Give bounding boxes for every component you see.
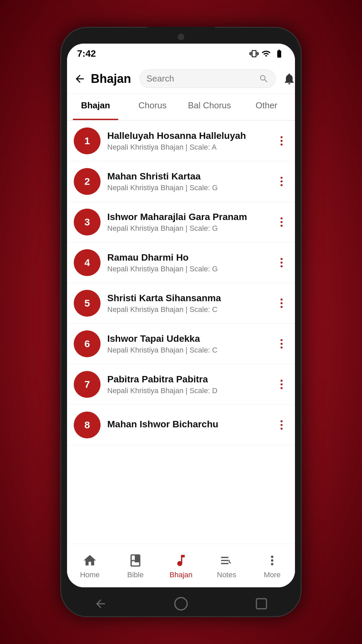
dot	[281, 136, 283, 138]
list-item[interactable]: 1 Halleluyah Hosanna Halleluyah Nepali K…	[67, 121, 295, 161]
dot	[281, 144, 283, 146]
song-menu-button[interactable]	[275, 420, 288, 430]
search-icon	[259, 74, 269, 84]
list-item[interactable]: 4 Ramau Dharmi Ho Nepali Khristiya Bhaja…	[67, 243, 295, 283]
nav-item-bhajan[interactable]: Bhajan	[158, 544, 204, 587]
nav-item-bible[interactable]: Bible	[113, 544, 158, 587]
list-item[interactable]: 6 Ishwor Tapai Udekka Nepali Khristiya B…	[67, 324, 295, 364]
song-title: Ramau Dharmi Ho	[107, 252, 268, 263]
song-number: 6	[74, 330, 101, 357]
status-icons	[249, 49, 285, 58]
song-list: 1 Halleluyah Hosanna Halleluyah Nepali K…	[67, 121, 295, 544]
song-number: 7	[74, 371, 101, 398]
song-menu-button[interactable]	[275, 299, 288, 308]
nav-item-notes[interactable]: Notes	[204, 544, 249, 587]
bell-icon	[283, 72, 295, 86]
song-meta: Nepali Khristiya Bhajan | Scale: D	[107, 386, 268, 395]
notes-icon	[218, 552, 235, 569]
list-item[interactable]: 2 Mahan Shristi Kartaa Nepali Khristiya …	[67, 161, 295, 202]
home-hardware-button[interactable]	[171, 594, 191, 614]
dot	[281, 339, 283, 341]
nav-item-more[interactable]: More	[249, 544, 295, 587]
song-title: Ishwor Tapai Udekka	[107, 333, 268, 344]
song-menu-button[interactable]	[275, 177, 288, 186]
song-info: Ramau Dharmi Ho Nepali Khristiya Bhajan …	[107, 252, 268, 273]
dot	[281, 262, 283, 264]
nav-label-home: Home	[80, 571, 100, 579]
song-meta: Nepali Khristiya Bhajan | Scale: C	[107, 346, 268, 355]
bottom-navigation: Home Bible Bhajan	[67, 544, 295, 587]
more-icon	[264, 552, 281, 569]
song-title: Shristi Karta Sihansanma	[107, 293, 268, 304]
dot	[281, 217, 283, 219]
svg-point-0	[175, 598, 187, 610]
song-title: Ishwor Maharajlai Gara Pranam	[107, 212, 268, 222]
category-tabs: Bhajan Chorus Bal Chorus Other	[67, 94, 295, 121]
song-number: 8	[74, 412, 101, 438]
dot	[281, 346, 283, 348]
bhajan-icon	[173, 552, 189, 569]
dot	[281, 387, 283, 389]
status-bar: 7:42	[67, 44, 295, 64]
dot	[281, 180, 283, 182]
song-meta: Nepali Khristiya Bhajan | Scale: A	[107, 143, 268, 152]
dot	[281, 383, 283, 385]
nav-label-bhajan: Bhajan	[170, 571, 193, 579]
nav-label-more: More	[264, 571, 281, 579]
list-item[interactable]: 7 Pabitra Pabitra Pabitra Nepali Khristi…	[67, 364, 295, 405]
song-info: Ishwor Maharajlai Gara Pranam Nepali Khr…	[107, 212, 268, 233]
search-input[interactable]	[146, 73, 255, 84]
notification-button[interactable]	[281, 70, 295, 87]
dot	[281, 225, 283, 227]
tab-other[interactable]: Other	[238, 94, 295, 120]
song-title: Halleluyah Hosanna Halleluyah	[107, 130, 268, 141]
song-number: 2	[74, 168, 101, 195]
dot	[281, 380, 283, 382]
song-number: 4	[74, 249, 101, 276]
dot	[281, 177, 283, 179]
tab-chorus[interactable]: Chorus	[124, 94, 181, 120]
song-menu-button[interactable]	[275, 258, 288, 267]
song-number: 1	[74, 127, 101, 154]
app-header: Bhajan	[67, 64, 295, 94]
header-icons	[281, 70, 295, 87]
song-meta: Nepali Khristiya Bhajan | Scale: G	[107, 183, 268, 192]
back-button[interactable]	[74, 70, 86, 87]
back-icon	[74, 73, 86, 85]
dot	[281, 424, 283, 426]
song-info: Mahan Shristi Kartaa Nepali Khristiya Bh…	[107, 171, 268, 192]
dot	[281, 420, 283, 422]
bible-icon	[127, 552, 144, 569]
dot	[281, 140, 283, 142]
phone-hardware-buttons	[60, 591, 302, 617]
dot	[281, 221, 283, 223]
home-icon	[81, 552, 98, 569]
list-item[interactable]: 3 Ishwor Maharajlai Gara Pranam Nepali K…	[67, 202, 295, 243]
song-info: Halleluyah Hosanna Halleluyah Nepali Khr…	[107, 130, 268, 152]
wifi-icon	[261, 49, 271, 58]
recents-hardware-button[interactable]	[251, 594, 272, 614]
song-menu-button[interactable]	[275, 380, 288, 389]
song-info: Shristi Karta Sihansanma Nepali Khristiy…	[107, 293, 268, 314]
song-number: 3	[74, 209, 101, 235]
dot	[281, 428, 283, 430]
dot	[281, 299, 283, 301]
song-info: Ishwor Tapai Udekka Nepali Khristiya Bha…	[107, 333, 268, 355]
tab-bal-chorus[interactable]: Bal Chorus	[181, 94, 238, 120]
dot	[281, 306, 283, 308]
list-item[interactable]: 5 Shristi Karta Sihansanma Nepali Khrist…	[67, 283, 295, 324]
dot	[281, 184, 283, 186]
song-menu-button[interactable]	[275, 136, 288, 146]
status-time: 7:42	[77, 48, 96, 59]
song-number: 5	[74, 290, 101, 317]
svg-rect-1	[256, 599, 266, 609]
search-bar[interactable]	[139, 69, 276, 88]
song-menu-button[interactable]	[275, 217, 288, 227]
tab-bhajan[interactable]: Bhajan	[67, 94, 124, 120]
song-menu-button[interactable]	[275, 339, 288, 348]
nav-item-home[interactable]: Home	[67, 544, 113, 587]
dot	[281, 265, 283, 267]
list-item[interactable]: 8 Mahan Ishwor Bicharchu	[67, 405, 295, 445]
song-meta: Nepali Khristiya Bhajan | Scale: C	[107, 305, 268, 314]
back-hardware-button[interactable]	[90, 594, 111, 614]
